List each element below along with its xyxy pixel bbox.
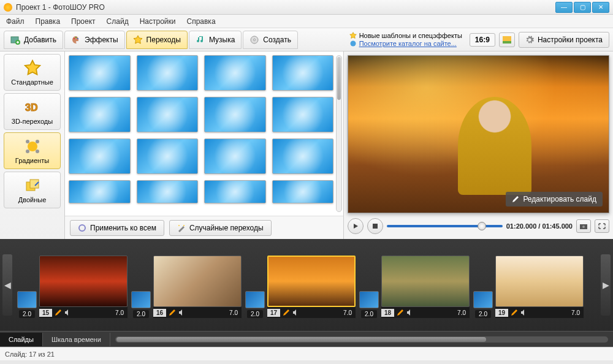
sidebar-doubles-label: Двойные (18, 196, 47, 203)
status-text: Слайд: 17 из 21 (5, 351, 55, 358)
tab-music-label: Музыка (209, 36, 235, 44)
notes-line1: Новые шаблоны и спецэффекты (359, 32, 462, 39)
slide-duration: 7.0 (115, 309, 128, 316)
menu-help[interactable]: Справка (184, 16, 218, 27)
transition-thumb[interactable] (137, 55, 199, 91)
gradient-icon (24, 138, 41, 155)
palette-icon (71, 35, 81, 45)
random-transitions-button[interactable]: Случайные переходы (169, 220, 272, 236)
sidebar-standard-label: Стандартные (11, 78, 53, 86)
aspect-ratio-button[interactable]: 16:9 (470, 33, 495, 47)
menubar: Файл Правка Проект Слайд Настройки Справ… (0, 15, 613, 28)
transition-thumb[interactable] (272, 138, 334, 174)
timeline-prev-button[interactable]: ◀ (2, 254, 12, 316)
svg-point-4 (77, 38, 78, 39)
transition-thumb[interactable] (204, 138, 266, 174)
window-title: Проект 1 - ФотоШОУ PRO (16, 3, 554, 12)
doubles-icon (24, 177, 41, 194)
transition-thumb[interactable] (69, 138, 131, 174)
sidebar-doubles[interactable]: Двойные (4, 172, 61, 208)
maximize-button[interactable]: ▢ (574, 2, 591, 13)
status-bar: Слайд: 17 из 21 (0, 347, 613, 360)
transition-thumb[interactable] (69, 55, 131, 91)
close-button[interactable]: ✕ (592, 2, 609, 13)
stop-button[interactable] (367, 218, 383, 234)
transition-thumb[interactable] (272, 180, 334, 203)
bottom-tab-slides[interactable]: Слайды (0, 333, 43, 346)
apply-icon (78, 224, 86, 232)
transition-slot[interactable] (131, 291, 151, 308)
main-area: Стандартные 3D 3D-переходы Градиенты Дво… (0, 51, 613, 239)
sidebar-gradients-label: Градиенты (15, 157, 49, 164)
transition-thumb[interactable] (69, 97, 131, 132)
menu-file[interactable]: Файл (4, 16, 27, 27)
gallery-scrollbar[interactable] (336, 55, 342, 212)
fullscreen-icon (598, 223, 606, 229)
minimize-button[interactable]: — (555, 2, 573, 13)
transition-thumb[interactable] (204, 55, 266, 91)
timeline-slide[interactable] (39, 256, 128, 307)
transition-thumb[interactable] (272, 97, 334, 132)
menu-settings[interactable]: Настройки (137, 16, 178, 27)
transition-thumb[interactable] (204, 180, 266, 203)
project-settings-label: Настройки проекта (538, 36, 603, 44)
slide-number: 19 (495, 309, 508, 317)
tab-effects[interactable]: Эффекты (64, 31, 125, 49)
tab-transitions[interactable]: Переходы (126, 31, 188, 49)
tab-create[interactable]: Создать (243, 31, 298, 49)
menu-edit[interactable]: Правка (33, 16, 63, 27)
fullscreen-button[interactable] (595, 219, 609, 233)
transition-slot[interactable] (17, 291, 37, 308)
slide-number: 16 (153, 309, 166, 317)
star-icon (133, 35, 143, 45)
svg-point-2 (74, 38, 75, 39)
menu-project[interactable]: Проект (69, 16, 98, 27)
transition-duration: 2.0 (19, 310, 35, 318)
transition-thumb[interactable] (137, 138, 199, 174)
project-settings-button[interactable]: Настройки проекта (519, 32, 609, 48)
transition-thumb[interactable] (137, 180, 199, 203)
disc-icon (249, 35, 259, 45)
sidebar-3d[interactable]: 3D 3D-переходы (4, 93, 61, 130)
timeline-slide[interactable] (495, 256, 584, 307)
background-color-button[interactable] (499, 32, 515, 47)
svg-rect-21 (373, 224, 378, 229)
sidebar-standard[interactable]: Стандартные (4, 54, 61, 91)
play-button[interactable] (348, 218, 364, 234)
transition-thumb[interactable] (69, 180, 131, 203)
bottom-tab-timescale[interactable]: Шкала времени (43, 333, 110, 346)
sidebar-3d-label: 3D-переходы (12, 118, 53, 125)
svg-point-15 (36, 150, 39, 153)
timeline-slide[interactable] (267, 256, 356, 307)
category-sidebar: Стандартные 3D 3D-переходы Градиенты Дво… (0, 51, 65, 239)
app-icon (4, 3, 12, 12)
plus-photo-icon (10, 35, 20, 45)
transition-thumb[interactable] (137, 97, 199, 132)
tab-add[interactable]: Добавить (4, 31, 63, 49)
timeline-scrollbar[interactable] (115, 336, 608, 343)
tab-music[interactable]: Музыка (189, 31, 242, 49)
pencil-icon (283, 309, 290, 316)
transition-thumb[interactable] (272, 55, 334, 91)
transition-slot[interactable] (245, 291, 265, 308)
menu-slide[interactable]: Слайд (104, 16, 131, 27)
svg-point-11 (28, 142, 37, 151)
sound-icon (292, 309, 299, 316)
catalog-link[interactable]: Посмотрите каталог на сайте... (359, 40, 457, 47)
snapshot-button[interactable] (576, 219, 591, 233)
edit-slide-button[interactable]: Редактировать слайд (506, 192, 603, 207)
slide-number: 18 (381, 309, 394, 317)
timeline-slide[interactable] (381, 256, 470, 307)
timeline-slide[interactable] (153, 256, 242, 307)
preview-panel: Редактировать слайд 01:20.000 / 01:45.00… (343, 51, 613, 239)
transition-slot[interactable] (359, 291, 379, 308)
transition-slot[interactable] (473, 291, 493, 308)
transition-thumb[interactable] (204, 97, 266, 132)
apply-to-all-button[interactable]: Применить ко всем (70, 220, 164, 236)
top-toolbar: Добавить Эффекты Переходы Музыка Создать… (0, 28, 613, 51)
transition-duration: 2.0 (361, 310, 377, 318)
sidebar-gradients[interactable]: Градиенты (4, 132, 61, 169)
timeline-next-button[interactable]: ▶ (601, 254, 611, 316)
seek-slider[interactable] (387, 225, 503, 227)
timeline: ◀ 2.0 157.0 2.0 167.0 (0, 239, 613, 331)
